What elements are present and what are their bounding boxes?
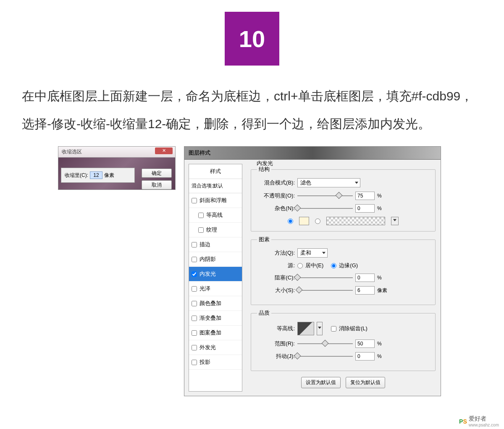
sidebar-item[interactable]: 渐变叠加 bbox=[189, 311, 242, 326]
chevron-down-icon bbox=[318, 326, 321, 329]
sidebar-item-label: 光泽 bbox=[200, 285, 210, 292]
contract-title-text: 收缩选区 bbox=[62, 149, 82, 155]
contract-unit-label: 像素 bbox=[104, 172, 114, 179]
sidebar-item[interactable]: 内阴影 bbox=[189, 252, 242, 267]
structure-group: 结构 混合模式(B): 滤色 不透明度(O): % bbox=[251, 166, 436, 232]
effect-checkbox[interactable] bbox=[192, 360, 197, 365]
antialias-label: 消除锯齿(L) bbox=[339, 325, 368, 332]
layer-style-sidebar: 样式 混合选项:默认 斜面和浮雕等高线纹理描边内阴影内发光光泽颜色叠加渐变叠加图… bbox=[189, 164, 242, 392]
watermark-brand: 爱好者 bbox=[469, 415, 486, 422]
noise-pct: % bbox=[377, 205, 382, 211]
effect-checkbox[interactable] bbox=[198, 213, 204, 218]
layer-style-title: 图层样式 bbox=[184, 147, 441, 160]
source-center-radio[interactable] bbox=[297, 263, 303, 268]
choke-input[interactable] bbox=[355, 274, 375, 282]
sidebar-item-label: 等高线 bbox=[206, 211, 223, 219]
sidebar-item[interactable]: 颜色叠加 bbox=[189, 296, 242, 311]
layer-style-dialog: 图层样式 样式 混合选项:默认 斜面和浮雕等高线纹理描边内阴影内发光光泽颜色叠加… bbox=[184, 146, 441, 396]
sidebar-item-label: 斜面和浮雕 bbox=[200, 197, 227, 204]
size-slider[interactable] bbox=[297, 287, 353, 294]
effect-checkbox[interactable] bbox=[192, 271, 197, 277]
sidebar-item-label: 描边 bbox=[200, 241, 210, 248]
gradient-dropdown-button[interactable] bbox=[391, 217, 399, 225]
source-label: 源: bbox=[257, 262, 295, 269]
jitter-slider[interactable] bbox=[297, 353, 353, 360]
blend-mode-select[interactable]: 滤色 bbox=[297, 178, 360, 187]
sidebar-item-label: 内阴影 bbox=[200, 255, 216, 263]
jitter-input[interactable] bbox=[355, 352, 375, 361]
effect-checkbox[interactable] bbox=[192, 301, 197, 306]
ok-button[interactable]: 确定 bbox=[142, 168, 172, 178]
jitter-label: 抖动(J): bbox=[257, 353, 295, 360]
color-swatch[interactable] bbox=[299, 217, 309, 225]
sidebar-item-label: 颜色叠加 bbox=[200, 300, 221, 307]
sidebar-item[interactable]: 内发光 bbox=[189, 267, 242, 282]
sidebar-item-label: 投影 bbox=[200, 358, 210, 366]
effect-checkbox[interactable] bbox=[192, 330, 197, 336]
opacity-pct: % bbox=[377, 193, 382, 199]
effect-checkbox[interactable] bbox=[192, 257, 197, 262]
watermark: PS 爱好者 www.psahz.com bbox=[459, 415, 499, 427]
choke-slider[interactable] bbox=[297, 274, 353, 282]
instruction-text: 在中底框图层上面新建一层，命名为底框边，ctrl+单击底框图层，填充#f-cdb… bbox=[0, 66, 504, 146]
gradient-picker[interactable] bbox=[326, 217, 385, 225]
source-center-label: 居中(E) bbox=[305, 262, 323, 269]
color-type-solid-radio[interactable] bbox=[288, 218, 293, 224]
source-edge-label: 边缘(G) bbox=[339, 262, 358, 269]
effect-checkbox[interactable] bbox=[192, 316, 197, 321]
color-type-gradient-radio[interactable] bbox=[315, 218, 320, 224]
sidebar-item[interactable]: 图案叠加 bbox=[189, 326, 242, 340]
sidebar-item-label: 外发光 bbox=[200, 344, 216, 351]
elements-legend: 图素 bbox=[257, 236, 271, 243]
size-label: 大小(S): bbox=[257, 287, 295, 294]
noise-input[interactable] bbox=[355, 204, 375, 213]
sidebar-item[interactable]: 纹理 bbox=[189, 223, 242, 237]
contour-label: 等高线: bbox=[257, 325, 295, 332]
opacity-input[interactable] bbox=[355, 192, 375, 200]
chevron-down-icon bbox=[393, 219, 396, 221]
choke-pct: % bbox=[377, 275, 382, 281]
elements-group: 图素 方法(Q): 柔和 源: 居中(E) 边缘(G) bbox=[251, 236, 436, 305]
effect-checkbox[interactable] bbox=[198, 227, 204, 233]
contract-dialog-title: 收缩选区 ✕ bbox=[58, 147, 175, 158]
sidebar-item[interactable]: 斜面和浮雕 bbox=[189, 193, 242, 208]
noise-slider[interactable] bbox=[297, 205, 353, 212]
range-pct: % bbox=[377, 341, 382, 347]
effect-checkbox[interactable] bbox=[192, 242, 197, 247]
technique-select[interactable]: 柔和 bbox=[297, 248, 328, 258]
range-label: 范围(R): bbox=[257, 340, 295, 347]
chevron-down-icon bbox=[322, 252, 326, 254]
range-slider[interactable] bbox=[297, 340, 353, 347]
technique-value: 柔和 bbox=[300, 249, 311, 257]
source-edge-radio[interactable] bbox=[331, 263, 336, 268]
opacity-slider[interactable] bbox=[297, 192, 353, 200]
sidebar-item[interactable]: 投影 bbox=[189, 355, 242, 370]
sidebar-blend-default[interactable]: 混合选项:默认 bbox=[189, 179, 242, 193]
antialias-checkbox[interactable] bbox=[331, 326, 336, 332]
contour-dropdown-button[interactable] bbox=[317, 322, 323, 335]
choke-label: 阻塞(C): bbox=[257, 274, 295, 282]
make-default-button[interactable]: 设置为默认值 bbox=[301, 377, 341, 388]
contract-amount-input[interactable] bbox=[90, 171, 102, 179]
sidebar-item[interactable]: 外发光 bbox=[189, 340, 242, 355]
step-number-badge: 10 bbox=[225, 12, 279, 66]
quality-group: 品质 等高线: 消除锯齿(L) 范围(R): % bbox=[251, 309, 436, 371]
effect-checkbox[interactable] bbox=[192, 286, 197, 292]
sidebar-item[interactable]: 等高线 bbox=[189, 208, 242, 223]
size-input[interactable] bbox=[355, 286, 375, 295]
close-icon[interactable]: ✕ bbox=[155, 147, 173, 154]
range-input[interactable] bbox=[355, 340, 375, 348]
effect-checkbox[interactable] bbox=[192, 198, 197, 203]
sidebar-header: 样式 bbox=[189, 164, 242, 179]
effect-checkbox[interactable] bbox=[192, 345, 197, 350]
technique-label: 方法(Q): bbox=[257, 249, 295, 257]
sidebar-item[interactable]: 光泽 bbox=[189, 282, 242, 296]
sidebar-item[interactable]: 描边 bbox=[189, 237, 242, 252]
contour-picker[interactable] bbox=[297, 322, 314, 335]
blend-mode-value: 滤色 bbox=[300, 179, 311, 187]
cancel-button[interactable]: 取消 bbox=[142, 180, 172, 189]
reset-default-button[interactable]: 复位为默认值 bbox=[346, 377, 385, 388]
sidebar-item-label: 渐变叠加 bbox=[200, 314, 221, 322]
layer-style-main: 内发光 结构 混合模式(B): 滤色 不透明度(O): bbox=[246, 160, 441, 396]
contract-dialog-body: 收缩里(C): 像素 确定 取消 bbox=[58, 158, 175, 189]
